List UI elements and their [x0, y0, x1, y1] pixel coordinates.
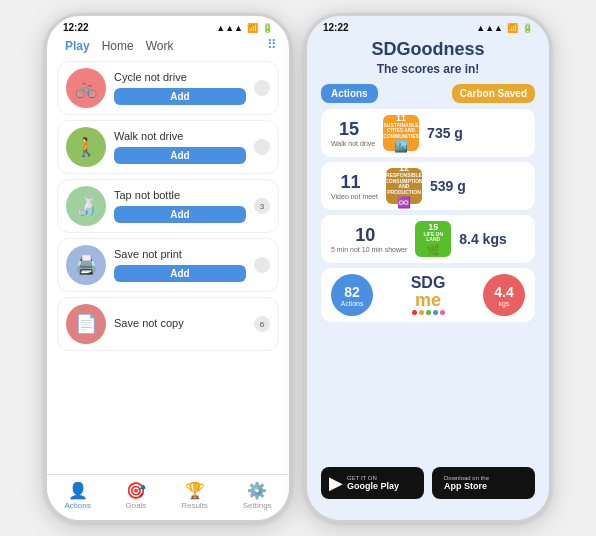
battery-icon: 🔋 — [262, 23, 273, 33]
tap-content: Tap not bottle Add — [114, 189, 246, 223]
left-nav-bar: Play Home Work ⠿ — [47, 35, 289, 59]
left-status-bar: 12:22 ▲▲▲ 📶 🔋 — [47, 16, 289, 35]
print-content: Save not print Add — [114, 248, 246, 282]
cycle-badge — [254, 80, 270, 96]
sdg-title: SDGoodness — [321, 39, 535, 60]
walk-add-button[interactable]: Add — [114, 147, 246, 164]
tap-title: Tap not bottle — [114, 189, 246, 201]
tab-results[interactable]: 🏆 Results — [181, 481, 208, 510]
settings-tab-label: Settings — [243, 501, 272, 510]
summary-actions-circle: 82 Actions — [331, 274, 373, 316]
right-wifi-icon: 📶 — [507, 23, 518, 33]
copy-badge: 6 — [254, 316, 270, 332]
action-item-walk: 🚶 Walk not drive Add — [57, 120, 279, 174]
action-item-cycle: 🚲 Cycle not drive Add — [57, 61, 279, 115]
print-icon: 🖨️ — [66, 245, 106, 285]
copy-title: Save not copy — [114, 317, 246, 329]
cycle-add-button[interactable]: Add — [114, 88, 246, 105]
walk-content: Walk not drive Add — [114, 130, 246, 164]
cycle-icon: 🚲 — [66, 68, 106, 108]
tap-add-button[interactable]: Add — [114, 206, 246, 223]
tab-settings[interactable]: ⚙️ Settings — [243, 481, 272, 510]
summary-row: 82 Actions SDG me 4.4 kgs — [321, 268, 535, 322]
actions-tab-icon: 👤 — [68, 481, 88, 500]
print-add-button[interactable]: Add — [114, 265, 246, 282]
app-store-text: Download on the App Store — [444, 475, 489, 491]
left-time: 12:22 — [63, 22, 89, 33]
right-status-bar: 12:22 ▲▲▲ 📶 🔋 — [307, 16, 549, 35]
action-item-print: 🖨️ Save not print Add — [57, 238, 279, 292]
sdg-subtitle: The scores are in! — [321, 62, 535, 76]
sdg-badge-12: 12 RESPONSIBLE CONSUMPTION AND PRODUCTIO… — [386, 168, 422, 204]
nav-item-work[interactable]: Work — [140, 37, 180, 55]
tap-badge: 3 — [254, 198, 270, 214]
score-row-video: 11 Video not meet 12 RESPONSIBLE CONSUMP… — [321, 162, 535, 210]
actions-tab-label: Actions — [64, 501, 90, 510]
google-play-button[interactable]: ▶ GET IT ON Google Play — [321, 467, 424, 499]
right-phone: 12:22 ▲▲▲ 📶 🔋 SDGoodness The scores are … — [304, 13, 552, 523]
summary-actions-label: Actions — [341, 300, 364, 307]
goals-tab-icon: 🎯 — [126, 481, 146, 500]
tab-carbon-saved[interactable]: Carbon Saved — [452, 84, 535, 103]
grid-icon[interactable]: ⠿ — [267, 37, 277, 55]
sdg-badge-11: 11 SUSTAINABLE CITIES AND COMMUNITIES 🏙️ — [383, 115, 419, 151]
score-label-shower: 5 min not 10 min shower — [331, 246, 407, 253]
score-number-walk: 15 — [339, 119, 367, 140]
results-tab-icon: 🏆 — [185, 481, 205, 500]
settings-tab-icon: ⚙️ — [247, 481, 267, 500]
score-row-walk: 15 Walk not drive 11 SUSTAINABLE CITIES … — [321, 109, 535, 157]
tap-icon: 🍶 — [66, 186, 106, 226]
score-row-shower: 10 5 min not 10 min shower 15 LIFE ON LA… — [321, 215, 535, 263]
kgs-num: 4.4 — [494, 284, 513, 300]
copy-content: Save not copy — [114, 317, 246, 332]
action-item-tap: 🍶 Tap not bottle Add 3 — [57, 179, 279, 233]
tab-actions[interactable]: 👤 Actions — [64, 481, 90, 510]
bottom-tab-bar: 👤 Actions 🎯 Goals 🏆 Results ⚙️ Settings — [47, 474, 289, 520]
right-status-icons: ▲▲▲ 📶 🔋 — [476, 23, 533, 33]
summary-actions-num: 82 — [344, 284, 360, 300]
score-label-walk: Walk not drive — [331, 140, 375, 147]
goals-tab-label: Goals — [125, 501, 146, 510]
scores-tabs: Actions Carbon Saved — [321, 84, 535, 103]
right-signal-icon: ▲▲▲ — [476, 23, 503, 33]
copy-icon: 📄 — [66, 304, 106, 344]
walk-icon: 🚶 — [66, 127, 106, 167]
google-play-icon: ▶ — [329, 472, 343, 494]
nav-item-play[interactable]: Play — [59, 37, 96, 55]
score-number-video: 11 — [340, 172, 368, 193]
kgs-label: kgs — [499, 300, 510, 307]
action-item-copy: 📄 Save not copy 6 — [57, 297, 279, 351]
left-phone: 12:22 ▲▲▲ 📶 🔋 Play Home Work ⠿ 🚲 Cycle n… — [44, 13, 292, 523]
walk-badge — [254, 139, 270, 155]
print-title: Save not print — [114, 248, 246, 260]
app-store-button[interactable]: Download on the App Store — [432, 467, 535, 499]
score-value-shower: 8.4 kgs — [459, 231, 506, 247]
wifi-icon: 📶 — [247, 23, 258, 33]
cycle-content: Cycle not drive Add — [114, 71, 246, 105]
right-battery-icon: 🔋 — [522, 23, 533, 33]
cycle-title: Cycle not drive — [114, 71, 246, 83]
tab-actions-right[interactable]: Actions — [321, 84, 378, 103]
store-buttons: ▶ GET IT ON Google Play Download on the … — [321, 467, 535, 499]
action-list: 🚲 Cycle not drive Add 🚶 Walk not drive A… — [47, 59, 289, 463]
sdg-badge-15: 15 LIFE ON LAND 🌿 — [415, 221, 451, 257]
left-status-icons: ▲▲▲ 📶 🔋 — [216, 23, 273, 33]
google-play-text: GET IT ON Google Play — [347, 475, 399, 491]
score-label-video: Video not meet — [331, 193, 378, 200]
right-time: 12:22 — [323, 22, 349, 33]
tab-goals[interactable]: 🎯 Goals — [125, 481, 146, 510]
sdg-me-logo: SDG me — [381, 275, 475, 315]
score-number-shower: 10 — [355, 225, 383, 246]
nav-item-home[interactable]: Home — [96, 37, 140, 55]
walk-title: Walk not drive — [114, 130, 246, 142]
results-tab-label: Results — [181, 501, 208, 510]
score-value-video: 539 g — [430, 178, 466, 194]
print-badge — [254, 257, 270, 273]
kgs-circle: 4.4 kgs — [483, 274, 525, 316]
signal-icon: ▲▲▲ — [216, 23, 243, 33]
phones-container: 12:22 ▲▲▲ 📶 🔋 Play Home Work ⠿ 🚲 Cycle n… — [34, 3, 562, 533]
right-phone-content: SDGoodness The scores are in! Actions Ca… — [307, 35, 549, 507]
score-value-walk: 735 g — [427, 125, 463, 141]
